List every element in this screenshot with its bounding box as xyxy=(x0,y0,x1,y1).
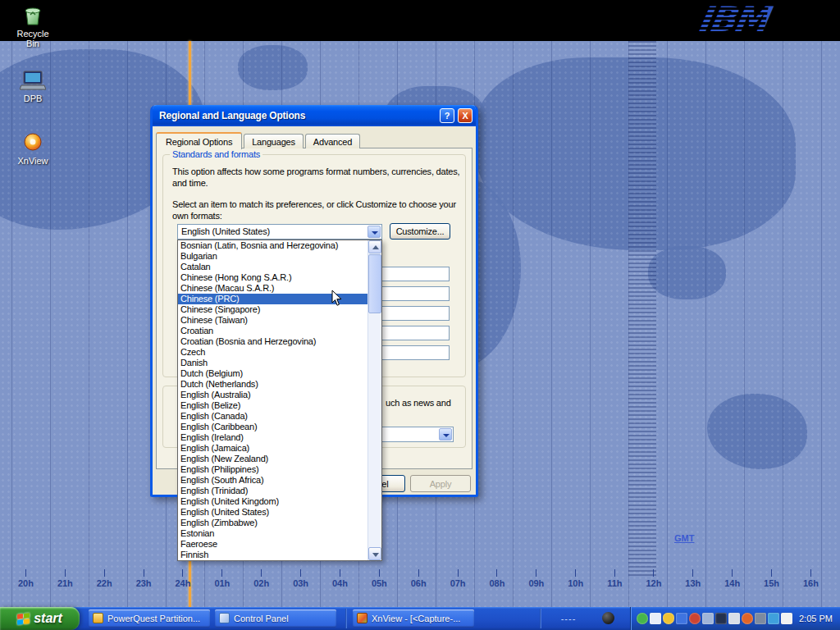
listbox-scrollbar[interactable] xyxy=(368,240,381,560)
customize-button[interactable]: Customize... xyxy=(390,223,450,240)
tray-icon-5[interactable] xyxy=(689,613,701,624)
timezone-label: 09h xyxy=(528,569,544,588)
tab-regional-options[interactable]: Regional Options xyxy=(156,132,242,149)
language-option[interactable]: English (Trinidad) xyxy=(178,486,368,496)
help-button[interactable]: ? xyxy=(440,108,454,123)
taskbar-task-powerquest[interactable]: PowerQuest Partition... xyxy=(89,609,210,628)
taskbar-divider xyxy=(540,609,541,628)
tray-icon-4[interactable] xyxy=(676,613,687,624)
format-combobox[interactable]: English (United States) xyxy=(177,224,382,240)
language-option[interactable]: Danish xyxy=(178,358,368,368)
scroll-down-arrow-icon[interactable] xyxy=(368,547,381,560)
language-option[interactable]: English (South Africa) xyxy=(178,475,368,486)
language-listbox: Bosnian (Latin, Bosnia and Herzegovina)B… xyxy=(177,240,382,561)
tray-icon-3[interactable] xyxy=(663,613,674,624)
taskbar: start PowerQuest Partition... Control Pa… xyxy=(0,607,840,630)
standards-description: This option affects how some programs fo… xyxy=(172,166,464,189)
language-option[interactable]: Croatian xyxy=(178,326,368,336)
language-listbox-items: Bosnian (Latin, Bosnia and Herzegovina)B… xyxy=(178,240,368,560)
language-option[interactable]: English (Zimbabwe) xyxy=(178,518,368,528)
timezone-label: 20h xyxy=(18,569,34,588)
desktop-icon-dpb[interactable]: DPB xyxy=(10,67,56,103)
timezone-label: 03h xyxy=(293,569,308,588)
tray-icon-6[interactable] xyxy=(702,613,714,624)
gmt-hatch-band xyxy=(628,41,656,576)
xnview-icon xyxy=(10,130,56,154)
language-option[interactable]: Bulgarian xyxy=(178,251,368,262)
tray-icon-11[interactable] xyxy=(768,613,779,624)
language-option[interactable]: English (Canada) xyxy=(178,411,368,422)
language-option[interactable]: English (Australia) xyxy=(178,390,368,400)
close-button[interactable]: X xyxy=(458,108,472,123)
language-option[interactable]: English (Caribbean) xyxy=(178,422,368,432)
deskband-grip[interactable]: ---- xyxy=(545,609,592,628)
language-option[interactable]: Finnish xyxy=(178,550,368,560)
language-option[interactable]: Chinese (Singapore) xyxy=(178,304,368,315)
tray-icons xyxy=(637,613,794,624)
language-option[interactable]: Faeroese xyxy=(178,539,368,550)
dialog-titlebar[interactable]: Regional and Language Options ? X xyxy=(153,105,476,126)
tab-languages[interactable]: Languages xyxy=(244,134,304,148)
taskbar-quicklaunch-icon[interactable] xyxy=(602,612,614,624)
tray-icon-2[interactable] xyxy=(650,613,661,624)
combo-dropdown-arrow-icon[interactable] xyxy=(439,428,452,441)
language-option[interactable]: Chinese (Taiwan) xyxy=(178,315,368,326)
start-button[interactable]: start xyxy=(0,607,80,630)
timezone-label: 22h xyxy=(97,569,112,588)
language-option[interactable]: English (Jamaica) xyxy=(178,443,368,454)
apply-button[interactable]: Apply xyxy=(410,475,471,492)
timezone-scale: 20h21h22h23h24h01h02h03h04h05h06h07h08h0… xyxy=(18,569,819,588)
desktop-icon-label: Recycle Bin xyxy=(10,29,56,48)
tab-advanced[interactable]: Advanced xyxy=(305,134,360,148)
desktop-icon-xnview[interactable]: XnView xyxy=(10,130,56,166)
language-option[interactable]: Chinese (Hong Kong S.A.R.) xyxy=(178,272,368,283)
timezone-label: 12h xyxy=(646,569,661,588)
timezone-label: 10h xyxy=(568,569,583,588)
timezone-label: 13h xyxy=(685,569,701,588)
start-button-label: start xyxy=(34,611,62,626)
language-option[interactable]: English (New Zealand) xyxy=(178,454,368,464)
taskbar-task-control-panel[interactable]: Control Panel xyxy=(215,609,336,628)
scroll-up-arrow-icon[interactable] xyxy=(368,240,381,253)
taskbar-task-xnview[interactable]: XnView - [<Capture-... xyxy=(353,609,474,628)
language-option[interactable]: English (Philippines) xyxy=(178,464,368,475)
dialog-title: Regional and Language Options xyxy=(153,110,440,121)
tray-icon-12[interactable] xyxy=(781,613,792,624)
gmt-label: GMT xyxy=(674,533,694,543)
language-option[interactable]: Catalan xyxy=(178,262,368,272)
language-option[interactable]: English (Belize) xyxy=(178,400,368,411)
language-option[interactable]: Bosnian (Latin, Bosnia and Herzegovina) xyxy=(178,240,368,251)
language-option[interactable]: English (United Kingdom) xyxy=(178,496,368,507)
taskbar-divider xyxy=(345,609,347,628)
timezone-label: 15h xyxy=(764,569,779,588)
tray-icon-1[interactable] xyxy=(637,613,648,624)
timezone-label: 04h xyxy=(332,569,348,588)
timezone-label: 14h xyxy=(724,569,740,588)
language-option[interactable]: Chinese (Macau S.A.R.) xyxy=(178,283,368,294)
format-combobox-value: English (United States) xyxy=(181,226,367,236)
tray-icon-8[interactable] xyxy=(728,613,740,624)
scrollbar-thumb[interactable] xyxy=(368,254,381,313)
taskbar-clock[interactable]: 2:05 PM xyxy=(799,614,833,623)
combo-dropdown-arrow-icon[interactable] xyxy=(368,226,381,238)
language-option[interactable]: Croatian (Bosnia and Herzegovina) xyxy=(178,336,368,347)
language-option[interactable]: Dutch (Belgium) xyxy=(178,368,368,379)
language-option[interactable]: Dutch (Netherlands) xyxy=(178,379,368,390)
language-option[interactable]: English (Ireland) xyxy=(178,432,368,443)
groupbox-caption: Standards and formats xyxy=(170,149,262,159)
desktop-icon-recycle-bin[interactable]: Recycle Bin xyxy=(10,2,56,48)
control-panel-icon xyxy=(219,613,230,623)
language-option[interactable]: Chinese (PRC) xyxy=(178,294,368,304)
tray-icon-9[interactable] xyxy=(742,613,753,624)
language-option[interactable]: Estonian xyxy=(178,528,368,539)
timezone-label: 16h xyxy=(803,569,819,588)
tray-icon-7[interactable] xyxy=(715,613,727,624)
map-landmass xyxy=(648,246,726,299)
desktop-icon-label: DPB xyxy=(10,94,56,103)
timezone-label: 02h xyxy=(253,569,269,588)
tray-icon-10[interactable] xyxy=(755,613,766,624)
language-option[interactable]: English (United States) xyxy=(178,507,368,518)
language-option[interactable]: Czech xyxy=(178,347,368,358)
task-label: PowerQuest Partition... xyxy=(107,614,200,623)
wallpaper-top-band: IBM xyxy=(0,0,840,41)
